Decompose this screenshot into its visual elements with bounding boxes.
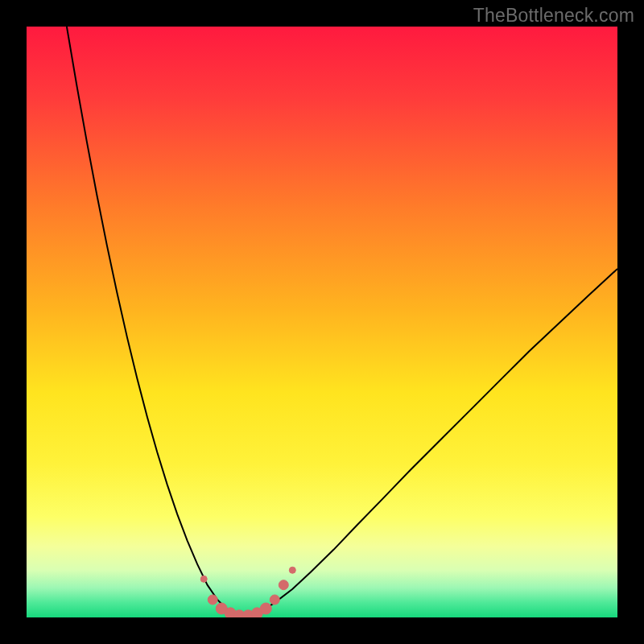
marker-dot <box>289 567 295 573</box>
marker-dot <box>208 595 217 605</box>
curve-left-arm <box>67 27 242 617</box>
marker-dot <box>260 603 271 614</box>
outer-frame: TheBottleneck.com <box>0 0 644 644</box>
marker-dot <box>270 595 279 605</box>
curve-layer <box>27 27 617 617</box>
marker-dot <box>279 580 288 590</box>
watermark-text: TheBottleneck.com <box>473 5 634 27</box>
plot-area <box>27 27 617 617</box>
bottom-marker-cluster <box>200 567 295 617</box>
marker-dot <box>200 576 207 582</box>
curve-right-arm <box>242 269 617 617</box>
